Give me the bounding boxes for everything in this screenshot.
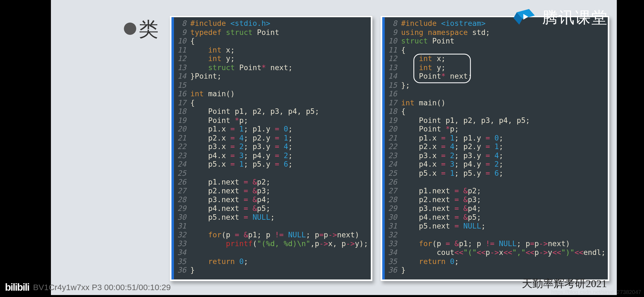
bullet-dot-icon bbox=[124, 23, 136, 35]
code-block-cpp: #include <iostream> using namespace std;… bbox=[401, 19, 605, 274]
play-logo-icon bbox=[514, 8, 538, 28]
brand-text: 腾讯课堂 bbox=[542, 7, 608, 28]
line-gutter-left: 8910111213141516171819202122232425262728… bbox=[174, 17, 189, 280]
line-gutter-right: 8910111213141516171819202122232425262728… bbox=[385, 17, 400, 280]
tencent-class-brand: 腾讯课堂 bbox=[514, 7, 608, 28]
bilibili-logo-icon: bilibili bbox=[5, 282, 29, 293]
bilibili-overlay: bilibili BV1Cr4y1w7xx P3 00:00:51/00:10:… bbox=[5, 282, 171, 293]
code-block-c: #include <stdio.h> typedef struct Point … bbox=[190, 19, 369, 274]
accent-bar-icon bbox=[382, 17, 385, 280]
code-panel-cpp: 8910111213141516171819202122232425262728… bbox=[381, 16, 609, 281]
slide-heading: 类 bbox=[139, 16, 159, 43]
slide: 类 89101112131415161718192021222324252627… bbox=[51, 0, 617, 295]
accent-bar-icon bbox=[171, 17, 174, 280]
bilibili-video-id: BV1Cr4y1w7xx P3 00:00:51/00:10:29 bbox=[33, 283, 171, 292]
code-panel-c: 8910111213141516171819202122232425262728… bbox=[170, 16, 372, 281]
stage: 类 89101112131415161718192021222324252627… bbox=[0, 0, 644, 297]
csdn-watermark: https://blog.csdn.net/sinat_27382047 bbox=[549, 287, 644, 297]
